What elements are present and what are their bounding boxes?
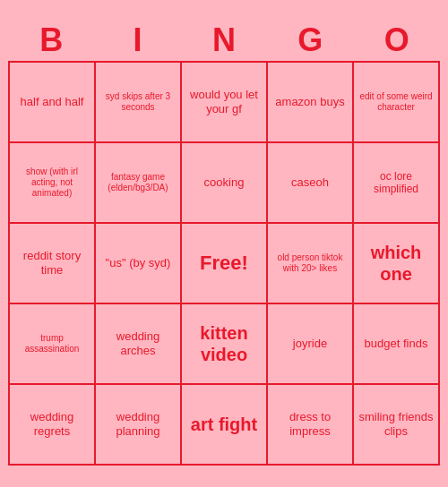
header-g: G — [269, 21, 351, 59]
cell-12-free[interactable]: Free! — [182, 224, 266, 303]
cell-21[interactable]: wedding planning — [96, 385, 180, 464]
cell-23[interactable]: dress to impress — [268, 385, 352, 464]
header-o: O — [356, 21, 438, 59]
header-b: B — [10, 21, 92, 59]
header-n: N — [183, 21, 265, 59]
cell-4[interactable]: edit of some weird character — [354, 63, 438, 141]
cell-2[interactable]: would you let your gf — [182, 63, 266, 141]
cell-9[interactable]: oc lore simplified — [354, 143, 438, 222]
cell-14[interactable]: which one — [354, 224, 438, 303]
cell-15[interactable]: trump assassination — [10, 304, 94, 383]
cell-11[interactable]: "us" (by syd) — [96, 224, 180, 303]
cell-10[interactable]: reddit story time — [10, 224, 94, 303]
cell-0[interactable]: half and half — [10, 63, 94, 141]
bingo-grid: half and half syd skips after 3 seconds … — [8, 61, 440, 466]
cell-6[interactable]: fantasy game (elden/bg3/DA) — [96, 143, 180, 222]
bingo-header: B I N G O — [8, 21, 440, 59]
cell-20[interactable]: wedding regrets — [10, 385, 94, 464]
cell-18[interactable]: joyride — [268, 304, 352, 383]
cell-16[interactable]: wedding arches — [96, 304, 180, 383]
bingo-card: B I N G O half and half syd skips after … — [4, 18, 444, 469]
cell-24[interactable]: smiling friends clips — [354, 385, 438, 464]
cell-5[interactable]: show (with irl acting, not animated) — [10, 143, 94, 222]
cell-3[interactable]: amazon buys — [268, 63, 352, 141]
cell-8[interactable]: caseoh — [268, 143, 352, 222]
cell-13[interactable]: old person tiktok with 20> likes — [268, 224, 352, 303]
cell-1[interactable]: syd skips after 3 seconds — [96, 63, 180, 141]
cell-17[interactable]: kitten video — [182, 304, 266, 383]
header-i: I — [97, 21, 179, 59]
cell-19[interactable]: budget finds — [354, 304, 438, 383]
cell-7[interactable]: cooking — [182, 143, 266, 222]
cell-22[interactable]: art fight — [182, 385, 266, 464]
